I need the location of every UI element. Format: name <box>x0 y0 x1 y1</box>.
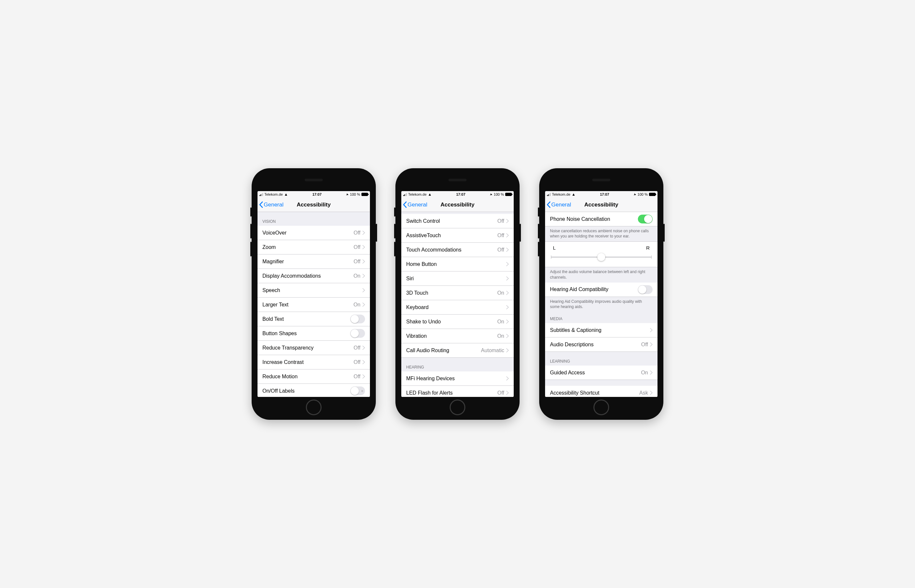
row-label: Display Accommodations <box>262 273 354 279</box>
row-audio-descriptions[interactable]: Audio Descriptions Off <box>545 338 658 352</box>
wifi-icon: ▲ <box>428 192 432 197</box>
slider-knob[interactable] <box>597 253 605 261</box>
row-vibration[interactable]: Vibration On <box>401 329 514 343</box>
settings-list[interactable]: Switch Control Off AssistiveTouch Off To… <box>401 212 514 397</box>
toggle-bold-text[interactable] <box>350 315 365 323</box>
screen-3: Telekom.de ▲ 17:07 ➤ 100 % General Acces… <box>545 191 658 397</box>
screen-1: Telekom.de ▲ 17:07 ➤ 100 % General Acces… <box>257 191 370 397</box>
settings-list[interactable]: Phone Noise Cancellation Noise cancellat… <box>545 212 658 397</box>
row-label: MFi Hearing Devices <box>406 376 506 381</box>
row-value: On <box>497 319 504 325</box>
toggle-noise-cancellation[interactable] <box>638 215 653 223</box>
navigation-bar: General Accessibility <box>257 198 370 212</box>
row-label: Reduce Transparency <box>262 345 354 351</box>
row-value: Off <box>497 247 504 253</box>
back-button[interactable]: General <box>401 201 427 208</box>
toggle-hearing-aid-compat[interactable] <box>638 285 653 294</box>
row-value: Off <box>354 259 361 265</box>
toggle-button-shapes[interactable] <box>350 329 365 338</box>
row-switch-control[interactable]: Switch Control Off <box>401 214 514 228</box>
balance-slider[interactable] <box>551 253 651 261</box>
footer-noise-cancellation: Noise cancellation reduces ambient noise… <box>545 226 658 241</box>
row-led-flash[interactable]: LED Flash for Alerts Off <box>401 386 514 397</box>
row-touch-accommodations[interactable]: Touch Accommodations Off <box>401 243 514 257</box>
phone-mockup-2: Telekom.de ▲ 17:07 ➤ 100 % General Acces… <box>395 168 520 420</box>
row-shake-to-undo[interactable]: Shake to Undo On <box>401 315 514 329</box>
home-button[interactable] <box>306 399 322 415</box>
row-display-accommodations[interactable]: Display Accommodations On <box>257 269 370 283</box>
row-label: Speech <box>262 288 362 293</box>
section-header-media: MEDIA <box>545 312 658 323</box>
row-guided-access[interactable]: Guided Access On <box>545 365 658 380</box>
row-keyboard[interactable]: Keyboard <box>401 300 514 315</box>
row-label: Zoom <box>262 244 354 250</box>
chevron-right-icon <box>506 376 509 381</box>
row-magnifier[interactable]: Magnifier Off <box>257 254 370 269</box>
section-header-learning: LEARNING <box>545 352 658 365</box>
carrier-label: Telekom.de <box>552 192 570 196</box>
chevron-right-icon <box>506 248 509 252</box>
toggle-onoff-labels[interactable] <box>350 386 365 395</box>
balance-left-label: L <box>553 245 556 250</box>
back-label: General <box>407 202 427 208</box>
row-value: Off <box>354 230 361 236</box>
chevron-right-icon <box>362 346 365 350</box>
chevron-right-icon <box>650 391 653 395</box>
chevron-right-icon <box>362 302 365 307</box>
row-label: Bold Text <box>262 316 350 322</box>
chevron-right-icon <box>506 320 509 324</box>
chevron-right-icon <box>650 342 653 347</box>
row-bold-text[interactable]: Bold Text <box>257 312 370 326</box>
balance-right-label: R <box>646 245 650 250</box>
chevron-left-icon <box>546 201 551 208</box>
row-value: Ask <box>639 390 648 396</box>
row-increase-contrast[interactable]: Increase Contrast Off <box>257 355 370 370</box>
row-subtitles[interactable]: Subtitles & Captioning <box>545 323 658 338</box>
row-button-shapes[interactable]: Button Shapes <box>257 326 370 341</box>
row-reduce-transparency[interactable]: Reduce Transparency Off <box>257 341 370 355</box>
row-larger-text[interactable]: Larger Text On <box>257 297 370 312</box>
row-3d-touch[interactable]: 3D Touch On <box>401 286 514 300</box>
back-button[interactable]: General <box>257 201 283 208</box>
row-label: Accessibility Shortcut <box>550 390 639 396</box>
row-mfi-hearing[interactable]: MFi Hearing Devices <box>401 372 514 386</box>
settings-list[interactable]: VISION VoiceOver Off Zoom Off Magnifier … <box>257 212 370 397</box>
row-accessibility-shortcut[interactable]: Accessibility Shortcut Ask <box>545 386 658 397</box>
row-voiceover[interactable]: VoiceOver Off <box>257 226 370 240</box>
row-label: Reduce Motion <box>262 374 354 380</box>
clock-label: 17:07 <box>600 192 609 196</box>
clock-label: 17:07 <box>312 192 322 196</box>
navigation-bar: General Accessibility <box>401 198 514 212</box>
row-siri[interactable]: Siri <box>401 271 514 286</box>
home-button[interactable] <box>593 399 609 415</box>
row-hearing-aid-compat[interactable]: Hearing Aid Compatibility <box>545 283 658 297</box>
row-value: On <box>641 370 648 376</box>
row-onoff-labels[interactable]: On/Off Labels <box>257 384 370 397</box>
row-value: Off <box>354 244 361 250</box>
row-value: Off <box>641 342 648 347</box>
row-call-audio-routing[interactable]: Call Audio Routing Automatic <box>401 343 514 358</box>
row-value: On <box>354 302 361 308</box>
footer-balance: Adjust the audio volume balance between … <box>545 267 658 282</box>
row-speech[interactable]: Speech <box>257 283 370 297</box>
wifi-icon: ▲ <box>572 192 576 197</box>
battery-pct-label: 100 % <box>350 192 360 196</box>
chevron-right-icon <box>362 231 365 235</box>
row-reduce-motion[interactable]: Reduce Motion Off <box>257 370 370 384</box>
row-label: Larger Text <box>262 302 354 308</box>
chevron-right-icon <box>506 262 509 266</box>
chevron-right-icon <box>506 305 509 309</box>
row-home-button[interactable]: Home Button <box>401 257 514 271</box>
location-icon: ➤ <box>489 192 493 196</box>
home-button[interactable] <box>449 399 466 415</box>
row-phone-noise-cancellation[interactable]: Phone Noise Cancellation <box>545 212 658 226</box>
carrier-label: Telekom.de <box>408 192 427 196</box>
chevron-right-icon <box>362 274 365 278</box>
chevron-right-icon <box>506 348 509 352</box>
section-header-vision: VISION <box>257 212 370 226</box>
row-zoom[interactable]: Zoom Off <box>257 240 370 254</box>
chevron-right-icon <box>362 245 365 249</box>
phone-mockup-3: Telekom.de ▲ 17:07 ➤ 100 % General Acces… <box>539 168 663 420</box>
row-assistivetouch[interactable]: AssistiveTouch Off <box>401 228 514 243</box>
back-button[interactable]: General <box>545 201 571 208</box>
